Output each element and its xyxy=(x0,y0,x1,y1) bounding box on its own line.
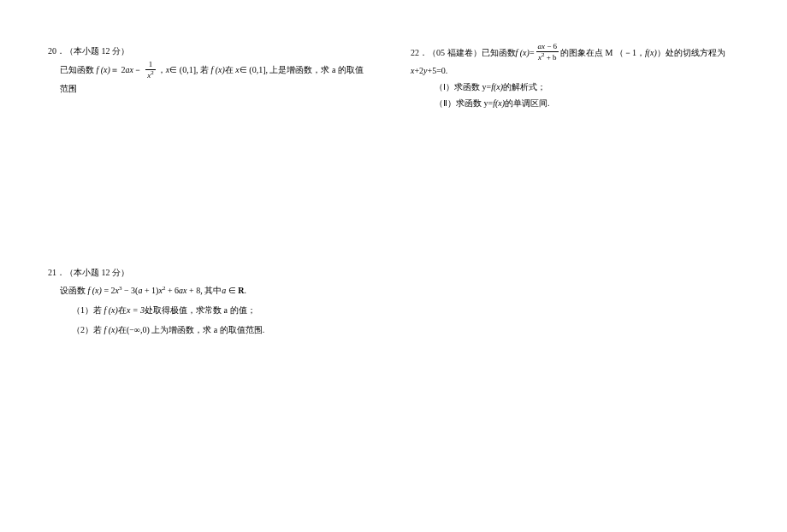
problem-21-sub2: （2）若 f (x)在(−∞,0) 上为增函数，求 a 的取值范围. xyxy=(48,322,368,338)
ain: a xyxy=(222,286,228,295)
fx2: f (x) xyxy=(210,65,224,74)
s1e: 的解析式； xyxy=(503,82,546,92)
in: ∈ xyxy=(169,65,177,74)
R: R xyxy=(236,286,245,295)
s1fx: f (x) xyxy=(104,305,118,315)
eq: = 2 xyxy=(104,286,115,295)
fx2p: f(x) xyxy=(645,44,657,61)
s2: （Ⅱ）求函数 y= xyxy=(435,98,493,108)
ax: ax xyxy=(125,65,133,74)
right-column: 22．（05 福建卷）已知函数 f (x) = ax − 6 x2 + b 的图… xyxy=(394,0,787,532)
p1: + 1) xyxy=(142,286,158,295)
problem-number: 21． xyxy=(48,268,65,277)
den-b: + b xyxy=(545,53,557,62)
fx: f (x) xyxy=(88,286,104,295)
ax: ax xyxy=(179,286,186,295)
s1rest: 处取得极值，求常数 a 的值； xyxy=(145,305,255,315)
problem-21: 21．（本小题 12 分） 设函数 f (x) = 2x3 − 3(a + 1)… xyxy=(48,264,368,338)
s2a: （2）若 xyxy=(72,325,104,334)
text: 已知函数 xyxy=(60,65,97,74)
s2fx: f (x) xyxy=(104,325,118,334)
s2e: 的单调区间. xyxy=(505,98,550,108)
interval: (0,1], xyxy=(177,65,200,74)
num-ax: ax xyxy=(538,42,547,50)
problem-22-line2: x+2y+5=0. xyxy=(411,62,753,79)
p8: + 8, xyxy=(187,286,205,295)
qizhong: 其中 xyxy=(204,286,222,295)
problem-points: （本小题 12 分） xyxy=(65,46,129,56)
in2: ∈ xyxy=(240,65,247,74)
fraction-icon: ax − 6 x2 + b xyxy=(536,43,559,62)
problem-20-header: 20．（本小题 12 分） xyxy=(48,43,368,59)
problem-21-header: 21．（本小题 12 分） xyxy=(48,264,368,281)
problem-22-sub1: （Ⅰ）求函数 y=f(x)的解析式； xyxy=(411,79,753,95)
problem-20-body: 已知函数 f (x)＝ 2ax－ 1 x2 ，x∈ (0,1], 若 f (x)… xyxy=(48,61,368,97)
left-column: 20．（本小题 12 分） 已知函数 f (x)＝ 2ax－ 1 x2 ，x∈ … xyxy=(0,0,394,532)
s2zai: 在 xyxy=(118,325,127,334)
problem-22: 22．（05 福建卷）已知函数 f (x) = ax − 6 x2 + b 的图… xyxy=(411,43,753,111)
s2int: (−∞,0) xyxy=(127,325,150,334)
s1a: （1）若 xyxy=(72,305,104,315)
num-6: − 6 xyxy=(547,42,557,50)
rest1: 的图象在点 M （－1， xyxy=(560,44,645,61)
in: ∈ xyxy=(228,286,236,295)
minus: － xyxy=(133,65,142,74)
l2b: +2 xyxy=(414,66,423,75)
denominator: x2 + b xyxy=(536,52,559,62)
m1: − 3( xyxy=(121,286,138,295)
fx: f (x) xyxy=(97,65,110,74)
eq: = xyxy=(530,44,535,61)
zai: 在 xyxy=(225,65,236,74)
p2: + 6 xyxy=(165,286,179,295)
fx: f (x) xyxy=(516,44,530,61)
text: 设函数 xyxy=(60,286,88,295)
problem-22-sub2: （Ⅱ）求函数 y=f(x)的单调区间. xyxy=(411,95,753,111)
problem-number: 20． xyxy=(48,46,65,56)
s1fx: f(x) xyxy=(491,82,503,92)
ruo: 若 xyxy=(200,65,211,74)
denominator: x2 xyxy=(145,70,156,80)
problem-21-body: 设函数 f (x) = 2x3 − 3(a + 1)x2 + 6ax + 8, … xyxy=(48,282,368,299)
interval2: (0,1], xyxy=(247,65,270,74)
problem-22-line1: 22．（05 福建卷）已知函数 f (x) = ax − 6 x2 + b 的图… xyxy=(411,43,753,62)
s1x3: x = 3 xyxy=(127,305,145,315)
period: . xyxy=(244,286,246,295)
den-exp: 2 xyxy=(151,69,154,76)
s2rest: 上为增函数，求 a 的取值范围. xyxy=(150,325,264,334)
s2fx: f(x) xyxy=(493,98,505,108)
comma: ， xyxy=(157,65,166,74)
eq: ＝ xyxy=(110,65,119,74)
l2d: +5=0. xyxy=(428,66,448,75)
problem-21-sub1: （1）若 f (x)在x = 3处取得极值，求常数 a 的值； xyxy=(48,302,368,318)
s1: （Ⅰ）求函数 y= xyxy=(435,82,491,92)
document-page: 20．（本小题 12 分） 已知函数 f (x)＝ 2ax－ 1 x2 ，x∈ … xyxy=(0,0,787,532)
numerator: ax − 6 xyxy=(536,43,559,52)
fraction-icon: 1 x2 xyxy=(145,61,156,80)
s1zai: 在 xyxy=(118,305,127,315)
problem-number: 22． xyxy=(411,44,428,61)
problem-20: 20．（本小题 12 分） 已知函数 f (x)＝ 2ax－ 1 x2 ，x∈ … xyxy=(48,43,368,97)
problem-points: （本小题 12 分） xyxy=(65,268,129,277)
end1: ）处的切线方程为 xyxy=(657,44,725,61)
source: （05 福建卷）已知函数 xyxy=(428,44,516,61)
